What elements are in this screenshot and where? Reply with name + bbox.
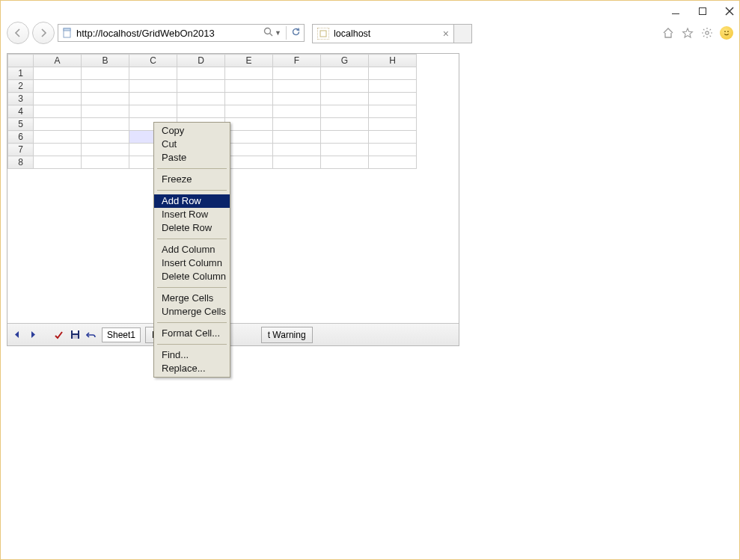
cell[interactable] — [321, 80, 369, 93]
row-header[interactable]: 2 — [8, 80, 34, 93]
column-header[interactable]: A — [34, 55, 82, 67]
cell[interactable] — [321, 156, 369, 169]
context-menu-item[interactable]: Replace... — [154, 362, 230, 375]
cell[interactable] — [369, 80, 417, 93]
column-header[interactable]: H — [369, 55, 417, 67]
row-header[interactable]: 5 — [8, 118, 34, 131]
row-header[interactable]: 1 — [8, 67, 34, 80]
context-menu-item[interactable]: Unmerge Cells — [154, 305, 230, 319]
next-sheet-icon[interactable] — [27, 329, 39, 341]
cell[interactable] — [321, 67, 369, 80]
cell[interactable] — [82, 118, 129, 131]
cell[interactable] — [225, 131, 273, 144]
cell[interactable] — [273, 118, 321, 131]
cell[interactable] — [273, 105, 321, 118]
cell[interactable] — [34, 118, 82, 131]
context-menu-item[interactable]: Freeze — [154, 173, 230, 186]
context-menu-item[interactable]: Add Column — [154, 243, 230, 256]
context-menu-item[interactable]: Copy — [154, 124, 230, 138]
footer-button-warning[interactable]: t Warning — [261, 327, 313, 343]
cell[interactable] — [34, 131, 82, 144]
save-icon[interactable] — [69, 329, 81, 341]
cell[interactable] — [225, 93, 273, 105]
forward-button[interactable] — [32, 22, 55, 44]
cell[interactable] — [321, 118, 369, 131]
cell[interactable] — [273, 67, 321, 80]
star-icon[interactable] — [681, 26, 694, 40]
context-menu-item[interactable]: Find... — [154, 348, 230, 362]
cell[interactable] — [225, 156, 273, 169]
cell[interactable] — [369, 67, 417, 80]
cell[interactable] — [82, 105, 129, 118]
cell[interactable] — [273, 93, 321, 105]
cell[interactable] — [273, 80, 321, 93]
window-minimize-button[interactable] — [670, 6, 681, 16]
home-icon[interactable] — [661, 26, 675, 40]
column-header[interactable]: B — [82, 55, 129, 67]
sheet-name-input[interactable] — [102, 327, 141, 342]
context-menu-item[interactable]: Add Row — [154, 194, 230, 208]
context-menu-item[interactable]: Format Cell... — [154, 327, 230, 340]
cell[interactable] — [273, 156, 321, 169]
cell[interactable] — [177, 105, 225, 118]
cell[interactable] — [34, 156, 82, 169]
cell[interactable] — [34, 105, 82, 118]
context-menu-item[interactable]: Cut — [154, 138, 230, 151]
cell[interactable] — [82, 67, 129, 80]
new-tab-button[interactable] — [454, 24, 472, 43]
cell[interactable] — [129, 105, 177, 118]
refresh-icon[interactable] — [291, 27, 301, 39]
cell[interactable] — [225, 118, 273, 131]
context-menu-item[interactable]: Delete Column — [154, 270, 230, 283]
row-header[interactable]: 7 — [8, 144, 34, 156]
cell[interactable] — [82, 144, 129, 156]
context-menu-item[interactable]: Merge Cells — [154, 292, 230, 305]
cell[interactable] — [177, 80, 225, 93]
column-header[interactable]: D — [177, 55, 225, 67]
cell[interactable] — [129, 67, 177, 80]
cell[interactable] — [369, 131, 417, 144]
row-header[interactable]: 3 — [8, 93, 34, 105]
cell[interactable] — [369, 144, 417, 156]
row-header[interactable]: 6 — [8, 131, 34, 144]
column-header[interactable]: F — [273, 55, 321, 67]
cell[interactable] — [82, 93, 129, 105]
cell[interactable] — [34, 144, 82, 156]
cell[interactable] — [321, 93, 369, 105]
cell[interactable] — [34, 80, 82, 93]
prev-sheet-icon[interactable] — [10, 329, 22, 341]
cell[interactable] — [369, 118, 417, 131]
cell[interactable] — [369, 156, 417, 169]
column-header[interactable]: E — [225, 55, 273, 67]
cell[interactable] — [225, 144, 273, 156]
submit-icon[interactable] — [52, 329, 64, 341]
tab-close-button[interactable]: × — [443, 28, 449, 39]
row-header[interactable]: 8 — [8, 156, 34, 169]
cell[interactable] — [82, 131, 129, 144]
cell[interactable] — [82, 156, 129, 169]
row-header[interactable]: 4 — [8, 105, 34, 118]
cell[interactable] — [225, 67, 273, 80]
cell[interactable] — [369, 105, 417, 118]
cell[interactable] — [369, 93, 417, 105]
cell[interactable] — [177, 93, 225, 105]
back-button[interactable] — [7, 22, 29, 44]
address-bar[interactable]: http://localhost/GridWebOn2013 ▼ — [58, 24, 305, 42]
cell[interactable] — [34, 67, 82, 80]
search-icon[interactable] — [263, 27, 273, 39]
cell[interactable] — [34, 93, 82, 105]
cell[interactable] — [321, 144, 369, 156]
cell[interactable] — [225, 80, 273, 93]
cell[interactable] — [177, 67, 225, 80]
cell[interactable] — [321, 131, 369, 144]
column-header[interactable]: G — [321, 55, 369, 67]
undo-icon[interactable] — [85, 329, 97, 341]
cell[interactable] — [273, 131, 321, 144]
dropdown-icon[interactable]: ▼ — [275, 29, 281, 37]
context-menu-item[interactable]: Insert Row — [154, 208, 230, 221]
context-menu-item[interactable]: Delete Row — [154, 221, 230, 235]
cell[interactable] — [321, 105, 369, 118]
context-menu-item[interactable]: Paste — [154, 151, 230, 164]
cell[interactable] — [129, 80, 177, 93]
tab-localhost[interactable]: localhost × — [312, 24, 454, 43]
